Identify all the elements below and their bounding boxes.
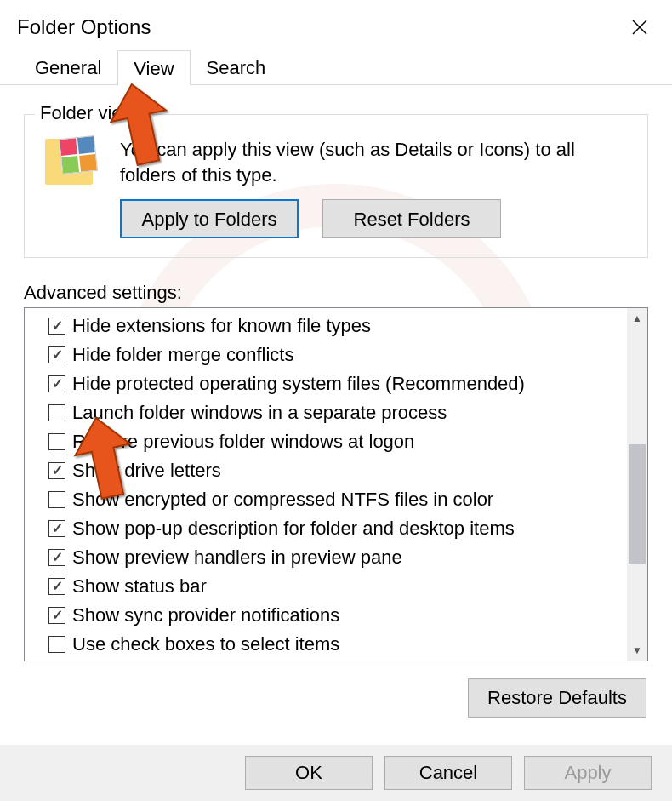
scrollbar-thumb[interactable]: [629, 444, 646, 564]
dialog-button-bar: OK Cancel Apply: [0, 745, 672, 801]
list-item[interactable]: Show pop-up description for folder and d…: [48, 514, 627, 543]
list-item-label: Show status bar: [72, 575, 207, 598]
ok-button[interactable]: OK: [245, 756, 373, 790]
tab-general[interactable]: General: [19, 49, 117, 84]
checkbox[interactable]: [48, 636, 65, 653]
checkbox[interactable]: [48, 491, 65, 508]
list-item[interactable]: Show sync provider notifications: [48, 601, 627, 630]
list-item-label: Show sync provider notifications: [72, 604, 339, 626]
tab-view[interactable]: View: [117, 50, 190, 85]
list-item[interactable]: Hide protected operating system files (R…: [48, 369, 627, 398]
checkbox[interactable]: [48, 404, 65, 421]
list-item[interactable]: Show encrypted or compressed NTFS files …: [48, 485, 627, 514]
list-item-label: Show drive letters: [72, 460, 221, 482]
scroll-down-icon[interactable]: ▼: [627, 640, 647, 661]
list-item-label: Show preview handlers in preview pane: [72, 546, 402, 569]
checkbox[interactable]: [48, 549, 65, 566]
list-item-label: Hide protected operating system files (R…: [72, 373, 525, 395]
list-item[interactable]: Show status bar: [48, 572, 627, 601]
apply-button[interactable]: Apply: [524, 756, 652, 790]
list-item[interactable]: Restore previous folder windows at logon: [48, 427, 627, 456]
scrollbar[interactable]: ▲ ▼: [627, 308, 647, 661]
list-item[interactable]: Hide folder merge conflicts: [48, 340, 627, 369]
list-item-label: Show encrypted or compressed NTFS files …: [72, 489, 493, 511]
list-item[interactable]: Launch folder windows in a separate proc…: [48, 398, 627, 427]
checkbox[interactable]: [48, 433, 65, 450]
list-item-label: Launch folder windows in a separate proc…: [72, 402, 447, 424]
scroll-up-icon[interactable]: ▲: [627, 308, 647, 329]
list-item-label: Hide folder merge conflicts: [72, 344, 293, 366]
list-item-label: Hide extensions for known file types: [72, 315, 371, 337]
list-item[interactable]: Show preview handlers in preview pane: [48, 543, 627, 572]
folder-icon: [42, 137, 103, 198]
checkbox[interactable]: [48, 520, 65, 537]
tab-search[interactable]: Search: [191, 49, 282, 84]
restore-defaults-button[interactable]: Restore Defaults: [468, 678, 646, 718]
folder-views-text: You can apply this view (such as Details…: [120, 137, 630, 187]
list-item[interactable]: Show drive letters: [48, 456, 627, 485]
list-item-label: Use check boxes to select items: [72, 633, 339, 655]
close-icon[interactable]: [623, 10, 657, 44]
folder-views-group: Folder views You can apply this view (su…: [24, 114, 648, 258]
list-item[interactable]: Use Sharing Wizard (Recommended): [48, 659, 627, 661]
checkbox[interactable]: [48, 375, 65, 392]
list-item[interactable]: Use check boxes to select items: [48, 630, 627, 659]
cancel-button[interactable]: Cancel: [384, 756, 512, 790]
tab-bar: General View Search: [0, 49, 672, 85]
list-item-label: Show pop-up description for folder and d…: [72, 518, 515, 540]
list-item-label: Restore previous folder windows at logon: [72, 431, 414, 453]
window-title: Folder Options: [17, 15, 151, 39]
checkbox[interactable]: [48, 318, 65, 335]
checkbox[interactable]: [48, 607, 65, 624]
reset-folders-button[interactable]: Reset Folders: [322, 199, 501, 238]
checkbox[interactable]: [48, 578, 65, 595]
advanced-settings-label: Advanced settings:: [24, 282, 648, 304]
checkbox[interactable]: [48, 346, 65, 363]
advanced-settings-list: Hide extensions for known file typesHide…: [24, 307, 648, 661]
checkbox[interactable]: [48, 462, 65, 479]
folder-views-legend: Folder views: [35, 102, 150, 124]
list-item[interactable]: Hide extensions for known file types: [48, 312, 627, 340]
apply-to-folders-button[interactable]: Apply to Folders: [120, 199, 299, 238]
